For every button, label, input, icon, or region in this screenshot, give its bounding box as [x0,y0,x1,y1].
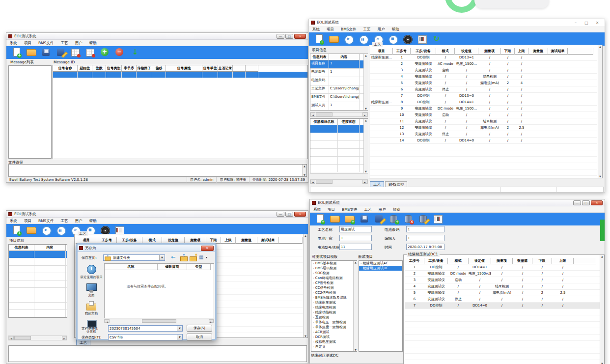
menu-item[interactable]: BMS文件 [35,218,57,224]
column-header[interactable]: 测量值 [528,48,548,55]
table-row[interactable]: 工艺文件C:\Users\lichangjiang\Desktop\ [310,85,367,94]
column-header[interactable] [246,65,258,72]
message-list-box[interactable] [8,65,52,159]
dropdown-arrow-icon[interactable]: ▼ [177,335,182,340]
column-header[interactable]: 修改日期 [158,264,187,270]
file-path-box[interactable]: ▲▼ [8,164,307,177]
table-row[interactable]: 绝缘耐压测...8DO控制/DO14=1/// [370,99,597,106]
menu-item[interactable]: 帮助 [388,26,402,32]
battery-vendor-input[interactable]: 1 [339,235,372,241]
column-header[interactable]: 设定值 [455,48,478,55]
table-row[interactable]: 3安规测试仪启动//// [370,67,597,74]
column-header[interactable]: 偏移 [152,65,166,72]
menu-item[interactable]: 项目 [324,206,338,213]
menu-item[interactable]: 用户 [374,26,388,32]
titlebar[interactable]: EOL测试系统 – □ × [309,19,605,26]
titlebar[interactable]: EOL测试系统 — □ × [6,33,308,40]
menu-item[interactable]: 项目 [21,218,35,224]
close-button[interactable]: × [591,200,603,205]
column-header[interactable]: 信号单位 [202,65,218,72]
list-item[interactable]: 用户名: admin [187,177,217,183]
column-header[interactable]: 信息列表 [310,54,329,60]
play-icon[interactable] [344,34,354,44]
column-header[interactable]: 传输因子 [137,65,152,72]
table-row[interactable]: 电池条码 [310,77,367,85]
list-item[interactable]: 单体温度一致性检测 [311,325,357,330]
time-input[interactable]: 2020-07-17 8:35:08 [406,244,444,250]
column-header[interactable]: 测试结果 [548,48,568,55]
column-header[interactable]: 工步号 [393,48,411,55]
save-icon[interactable] [41,48,51,57]
table-row[interactable]: 11安规测试仪//结果检测// [370,118,597,125]
close-button[interactable]: × [294,34,306,39]
table-row[interactable] [9,251,67,258]
filename-input[interactable]: 20230730145504 ▼ [108,325,183,332]
menu-item[interactable]: BMS文件 [337,26,360,32]
menu-item[interactable]: 工艺 [57,40,71,46]
menu-item[interactable]: 系统 [310,206,324,213]
column-header[interactable]: 工步/设备 [424,258,448,264]
list-item[interactable]: CC2信号检测 [311,290,357,295]
column-header[interactable]: 项目 [370,48,393,55]
column-header[interactable] [568,48,593,55]
column-header[interactable]: 是否记录 [218,65,233,72]
barcode-icon[interactable] [417,34,427,44]
table-row[interactable]: 电池型号1 [310,69,367,77]
column-header[interactable]: 连接状态 [338,119,360,125]
table-row[interactable] [310,125,367,133]
column-header[interactable]: 起始位 [78,65,92,72]
menu-item[interactable]: 工艺 [360,206,375,213]
column-header[interactable]: 上限 [515,48,528,55]
table-row[interactable]: 7DO控制/DO13=0/// [370,93,597,99]
table-row[interactable]: 7DO控制/DO14=0//// [405,303,600,309]
horizontal-scrollbar[interactable]: ◄► [310,179,368,184]
refresh-icon[interactable] [432,34,442,44]
table-row[interactable]: 2安规测试仪DC mode电压_1500v;漏...//// [405,271,600,277]
column-header[interactable]: 信息列表 [9,245,34,251]
save-edit-icon[interactable] [56,48,66,57]
open-folder-icon[interactable] [330,214,340,224]
table-row[interactable]: 4安规测试仪//结果检测/// [405,283,600,290]
table-row[interactable]: 绝缘耐压测...1DO控制/DO13=1/// [370,55,597,61]
stop-icon[interactable] [388,34,398,44]
column-header[interactable]: 模式 [436,48,455,55]
table-row[interactable]: 14DO控制/DO14=0/// [370,138,597,144]
column-header[interactable]: 类型 [187,264,211,270]
column-header[interactable]: 上限 [221,237,236,244]
vertical-scrollbar[interactable]: ▲▼ [598,45,602,178]
table-row[interactable]: 9安规测试仪DC mode电压_1500.../// [370,106,597,112]
save-in-combobox[interactable]: 新建文件夹 ▼ [103,254,165,261]
list-item[interactable]: BMS版本检测 [311,261,357,266]
list-item[interactable]: BMS通讯检测 [311,266,357,271]
menu-item[interactable]: BMS文件 [338,206,360,213]
list-item[interactable]: 绝缘耐压测试 [311,300,357,305]
place-item[interactable]: 桌面 [80,282,103,297]
menu-item[interactable]: 工艺 [360,26,374,32]
column-header[interactable]: 工步号 [405,258,424,264]
minimize-button[interactable]: – [570,20,581,26]
list-item[interactable]: CP信号检测 [311,280,357,285]
column-header[interactable]: 数据源 [513,258,532,264]
close-button[interactable]: × [294,212,306,217]
menu-item[interactable]: 系统 [6,218,21,224]
cancel-button[interactable]: 取消 [187,334,212,340]
play-icon[interactable] [41,225,51,235]
maximize-button[interactable]: □ [582,200,590,205]
maximize-button[interactable]: □ [285,34,293,39]
folder-add-icon[interactable] [345,214,355,224]
titlebar[interactable]: EOL测试系统 — □ × [6,211,308,218]
vertical-scrollbar[interactable]: ▲▼ [353,261,358,351]
db-remove-icon[interactable] [404,214,414,224]
list-item[interactable]: 绝缘耐压测试DC [359,266,402,271]
list-item[interactable]: 绝缘功能检测 [311,310,357,315]
vertical-scrollbar[interactable]: ▲▼ [363,119,368,173]
list-item[interactable]: Can终端电阻检测 [311,276,357,280]
remove-circle-icon[interactable] [115,48,125,57]
list-item[interactable]: 模拟电压测试 [311,339,357,344]
save-icon[interactable] [360,214,369,224]
editor-input[interactable]: 1 [406,235,444,241]
add-circle-icon[interactable] [100,48,110,57]
column-header[interactable] [574,258,596,264]
column-header[interactable]: 上限 [552,258,574,264]
menu-item[interactable]: BMS文件 [35,40,57,46]
